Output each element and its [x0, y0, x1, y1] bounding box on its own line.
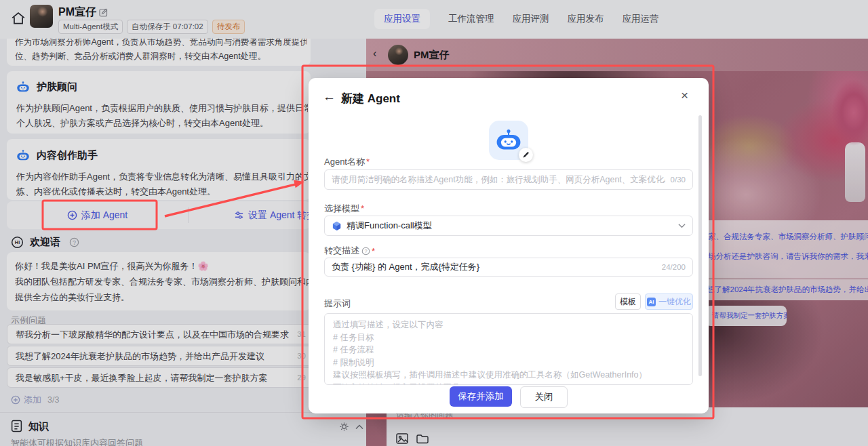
handoff-value: 负责 {功能} 的 Agent，完成{特定任务} — [332, 261, 656, 273]
model-cube-icon — [332, 221, 342, 231]
close-button[interactable]: 关闭 — [520, 386, 568, 408]
handoff-label: 转交描述 ? * — [324, 245, 375, 257]
template-button[interactable]: 模板 — [615, 293, 641, 310]
prompt-label: 提示词 — [324, 298, 351, 310]
close-icon[interactable]: × — [681, 88, 688, 103]
svg-text:?: ? — [364, 248, 367, 254]
model-select[interactable]: 精调Function-call模型 — [324, 216, 693, 236]
ai-optimize-button[interactable]: AI 一键优化 — [645, 293, 693, 310]
prompt-placeholder-line: 可输入快捷键@插入已设置的工具 — [333, 382, 684, 386]
model-value: 精调Function-call模型 — [347, 220, 678, 232]
handoff-count: 24/200 — [662, 263, 686, 271]
save-and-add-button[interactable]: 保存并添加 — [450, 386, 512, 407]
handoff-input[interactable]: 负责 {功能} 的 Agent，完成{特定任务} 24/200 — [324, 258, 693, 277]
back-icon[interactable]: ← — [323, 89, 336, 104]
modal-scrollbar[interactable] — [698, 115, 702, 376]
prompt-placeholder-line: 建议按照模板填写，插件调用描述中建议使用准确的工具名称（如GetWeatherI… — [333, 369, 684, 382]
new-agent-modal: ← 新建 Agent × Agent名称* — [309, 78, 709, 413]
prompt-textarea[interactable]: 通过填写描述，设定以下内容 # 任务目标 # 任务流程 # 限制说明 建议按照模… — [324, 313, 693, 385]
prompt-placeholder-line: # 任务目标 — [333, 331, 684, 344]
chevron-down-icon — [678, 223, 686, 228]
agent-name-input[interactable]: 请使用简洁明确的名称描述Agent功能，例如：旅行规划助手、网页分析Agent、… — [324, 169, 693, 190]
prompt-placeholder-line: # 任务流程 — [333, 344, 684, 357]
modal-footer: 保存并添加 关闭 — [309, 386, 709, 408]
model-label: 选择模型* — [324, 203, 364, 215]
modal-title: 新建 Agent — [341, 91, 400, 106]
edit-avatar-badge[interactable] — [519, 148, 533, 162]
name-label: Agent名称* — [324, 156, 370, 168]
pencil-icon — [522, 151, 530, 159]
name-count: 0/30 — [671, 176, 686, 184]
required-mark: * — [366, 157, 370, 167]
name-placeholder: 请使用简洁明确的名称描述Agent功能，例如：旅行规划助手、网页分析Agent、… — [332, 174, 665, 186]
help-icon[interactable]: ? — [361, 247, 370, 256]
required-mark: * — [361, 203, 364, 214]
ai-optimize-label: 一键优化 — [658, 296, 691, 308]
robot-icon — [496, 127, 521, 153]
agent-avatar-upload[interactable] — [489, 121, 528, 160]
ai-badge-icon: AI — [647, 298, 656, 306]
prompt-placeholder-line: 通过填写描述，设定以下内容 — [333, 319, 684, 331]
required-mark: * — [372, 246, 375, 256]
app-canvas: ‹ PM宣仔 家、合规法务专家、市场洞察分析师、护肤顾问和 场分析还是护肤咨询，… — [0, 0, 868, 446]
prompt-placeholder-line: # 限制说明 — [333, 357, 684, 369]
